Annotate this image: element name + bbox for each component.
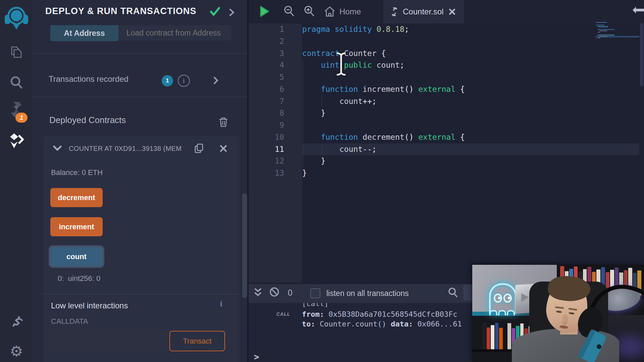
code-line[interactable]: } [302, 107, 465, 119]
check-icon [210, 7, 220, 16]
remix-ide-window: 1 ⚙ DEPLOY & RUN TRANSACTIONS [0, 0, 644, 362]
minimap-line [599, 31, 607, 31]
minimap-line [596, 22, 607, 23]
trash-icon[interactable] [219, 117, 228, 127]
info-icon[interactable]: i [178, 75, 190, 87]
minimap-line [596, 25, 604, 25]
code-line[interactable]: function increment() external { [302, 83, 465, 96]
editor-minimap[interactable] [596, 22, 639, 43]
line-number: 5 [249, 71, 284, 83]
at-address-button[interactable]: At Address [50, 25, 118, 41]
listen-checkbox[interactable] [310, 288, 320, 298]
code-line[interactable] [302, 119, 465, 131]
terminal-collapse-chevrons-icon[interactable] [254, 288, 262, 298]
minimap-line [598, 35, 615, 35]
minimap-line [598, 29, 615, 30]
code-line[interactable]: } [302, 167, 465, 179]
minimap-line [598, 32, 600, 33]
calldata-input[interactable] [50, 330, 170, 352]
clear-console-icon[interactable] [269, 287, 279, 297]
count-button[interactable]: count [50, 247, 103, 266]
result-index: 0: [58, 274, 64, 283]
count-result: 0: uint256: 0 [58, 274, 100, 283]
panel-collapse-chevron-icon[interactable] [229, 9, 235, 16]
code-line[interactable]: contract Counter { [302, 48, 465, 60]
line-number: 3 [249, 48, 284, 60]
solidity-file-icon [391, 7, 398, 17]
tab-home-label: Home [339, 7, 361, 16]
decrement-button[interactable]: decrement [50, 188, 103, 207]
transactions-recorded-label: Transactions recorded [49, 74, 128, 84]
plugin-manager-icon[interactable] [0, 313, 33, 329]
file-explorer-icon[interactable] [0, 45, 33, 60]
transactions-expand-chevron-icon[interactable] [213, 76, 219, 84]
contract-card-title: COUNTER AT 0XD91...39138 (MEM [69, 145, 182, 153]
panel-title: DEPLOY & RUN TRANSACTIONS [45, 6, 213, 16]
workspace-logo-icon[interactable] [0, 5, 33, 31]
at-address-input[interactable] [118, 25, 231, 41]
transactions-count-badge: 1 [162, 75, 173, 86]
result-value: uint256: 0 [68, 274, 101, 283]
code-line[interactable]: } [302, 155, 465, 167]
minimap-line [596, 39, 596, 40]
line-number: 12 [249, 155, 284, 167]
contract-balance: Balance: 0 ETH [51, 168, 103, 177]
code-content[interactable]: pragma solidity 0.8.18;contract Counter … [302, 23, 465, 179]
code-line[interactable] [302, 71, 465, 83]
transact-button[interactable]: Transact [169, 331, 225, 351]
minimap-line [598, 26, 608, 27]
terminal-from-row[interactable]: from: 0x5B38Da6a701c568545dCfcB03Fc [302, 310, 458, 318]
terminal-search-icon[interactable] [448, 287, 458, 298]
call-badge: CALL [276, 311, 290, 317]
editor-scrollbar[interactable] [640, 23, 643, 86]
copy-address-icon[interactable] [194, 143, 204, 154]
text-cursor-pointer [335, 52, 347, 76]
code-line[interactable]: count--; [302, 143, 465, 156]
low-level-info-icon[interactable]: i [220, 299, 222, 308]
contract-collapse-chevron-icon[interactable] [53, 145, 62, 152]
tab-counter-sol[interactable]: Counter.sol [383, 0, 464, 23]
compiler-badge: 1 [15, 113, 28, 123]
increment-button[interactable]: increment [50, 217, 103, 236]
deployed-contracts-heading: Deployed Contracts [49, 115, 126, 125]
tab-counter-label: Counter.sol [403, 7, 443, 16]
code-line[interactable] [302, 36, 465, 48]
zoom-out-icon[interactable] [283, 5, 295, 17]
line-number: 1 [249, 23, 284, 36]
terminal-prompt[interactable]: > [254, 352, 259, 362]
minimap-line [598, 38, 600, 38]
code-line[interactable]: function decrement() external { [302, 131, 465, 143]
run-script-play-icon[interactable] [259, 5, 270, 17]
deploy-and-run-icon[interactable] [0, 133, 33, 149]
terminal-count: 0 [288, 288, 292, 298]
code-line[interactable]: pragma solidity 0.8.18; [302, 23, 465, 36]
panel-scrollbar[interactable] [242, 193, 247, 298]
line-number: 7 [249, 96, 284, 108]
line-number: 6 [249, 83, 284, 96]
home-icon [324, 6, 335, 17]
line-number: 2 [249, 36, 284, 48]
search-plugin-icon[interactable] [0, 75, 33, 90]
line-numbers: 12345678910111213 [249, 23, 284, 179]
calldata-label: CALLDATA [51, 317, 88, 326]
line-number: 11 [249, 143, 284, 156]
line-number: 9 [249, 119, 284, 131]
settings-gear-icon[interactable]: ⚙ [0, 343, 33, 360]
line-number: 4 [249, 59, 284, 71]
close-tab-icon[interactable] [449, 8, 455, 15]
low-level-heading: Low level interactions [51, 301, 128, 310]
remove-contract-icon[interactable] [220, 145, 227, 152]
zoom-in-icon[interactable] [304, 5, 315, 17]
code-line[interactable]: uint public count; [302, 59, 465, 71]
icon-sidebar: 1 ⚙ [0, 0, 33, 362]
microphone [472, 265, 644, 362]
line-number: 8 [249, 107, 284, 119]
tab-home[interactable]: Home [324, 0, 374, 23]
line-number: 13 [249, 167, 284, 179]
terminal-to-row[interactable]: to: Counter.count() data: 0x066...61 [302, 320, 462, 328]
listen-label: listen on all transactions [326, 289, 409, 298]
collapse-left-arrow-icon[interactable] [632, 6, 644, 14]
line-number: 10 [249, 131, 284, 143]
code-line[interactable]: count++; [302, 96, 465, 108]
webcam-overlay [472, 265, 644, 362]
